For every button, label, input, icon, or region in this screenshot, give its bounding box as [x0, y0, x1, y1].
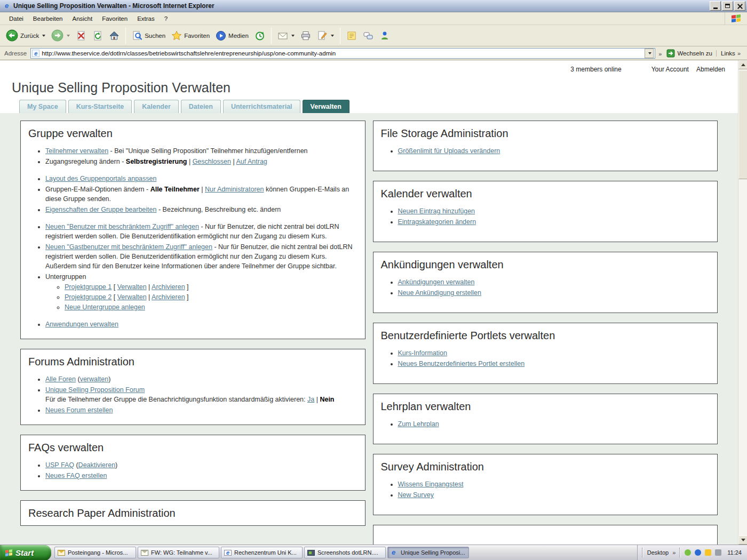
admin-link[interactable]: Eintragskategorien ändern: [398, 218, 476, 226]
admin-link[interactable]: Archivieren: [152, 293, 185, 301]
admin-link[interactable]: Verwalten: [117, 283, 147, 291]
forward-button[interactable]: [49, 28, 73, 43]
admin-link[interactable]: Teilnehmer verwalten: [45, 147, 108, 155]
scrollbar-thumb[interactable]: [738, 70, 747, 179]
scroll-up-button[interactable]: [738, 60, 747, 69]
admin-link[interactable]: Neuen Eintrag hinzufügen: [398, 207, 475, 215]
admin-link[interactable]: New Survey: [398, 491, 434, 499]
admin-link[interactable]: Neue Untergruppe anlegen: [65, 303, 145, 311]
admin-link[interactable]: Neuen "Benutzer mit beschränktem Zugriff…: [45, 223, 199, 230]
print-button[interactable]: [298, 29, 314, 43]
media-button[interactable]: Medien: [213, 29, 251, 43]
toolbar-separator: [340, 28, 340, 44]
edit-button[interactable]: [314, 29, 337, 43]
admin-link[interactable]: Deaktivieren: [78, 461, 115, 469]
admin-link[interactable]: Größenlimit für Uploads verändern: [398, 147, 500, 155]
menu-ansicht[interactable]: Ansicht: [67, 13, 97, 24]
favorites-button[interactable]: Favoriten: [169, 29, 212, 43]
taskbar-button[interactable]: FW: WG: Teilnahme v...: [138, 547, 219, 558]
admin-link[interactable]: Ja: [307, 396, 314, 403]
admin-link[interactable]: Geschlossen: [193, 158, 231, 165]
tray-icon[interactable]: [715, 549, 721, 556]
admin-link[interactable]: Projektgruppe 1: [65, 283, 112, 291]
admin-section: FAQs verwaltenUSP FAQ (Deaktivieren)Neue…: [20, 435, 365, 491]
close-button[interactable]: [734, 1, 745, 11]
tray-grip: [679, 548, 681, 557]
section-list: Kurs-InformationNeues Benutzerdefinierte…: [374, 348, 718, 369]
tray-icon[interactable]: [705, 549, 711, 556]
admin-link[interactable]: Unique Selling Proposition Forum: [45, 386, 145, 394]
menu-hilfe[interactable]: ?: [160, 13, 172, 24]
tab-kurs-startseite[interactable]: Kurs-Startseite: [68, 100, 132, 113]
minimize-button[interactable]: [710, 1, 721, 11]
text-segment: Zugangsregelung ändern -: [45, 158, 126, 165]
start-button[interactable]: Start: [0, 545, 51, 560]
tab-verwalten[interactable]: Verwalten: [303, 100, 349, 113]
address-input[interactable]: e http://www.theservice.de/dotlrn/classe…: [30, 48, 655, 59]
back-button[interactable]: Zurück: [3, 28, 48, 43]
taskbar-button[interactable]: Unique Selling Proposi...: [387, 547, 469, 558]
go-button[interactable]: Wechseln zu: [663, 49, 716, 58]
refresh-button[interactable]: [90, 29, 106, 43]
admin-link[interactable]: Auf Antrag: [236, 158, 267, 165]
taskbar-button[interactable]: Rechenzentrum Uni K...: [221, 547, 303, 558]
taskbar-button[interactable]: Posteingang - Micros...: [54, 547, 136, 558]
tray-icon[interactable]: [685, 549, 691, 556]
tray-icon[interactable]: [695, 549, 701, 556]
admin-link[interactable]: Verwalten: [117, 293, 147, 301]
tab-kalender[interactable]: Kalender: [134, 100, 179, 113]
admin-link[interactable]: Projektgruppe 2: [65, 293, 112, 301]
admin-link[interactable]: Zum Lehrplan: [398, 420, 439, 428]
address-label: Adresse: [4, 50, 27, 57]
menu-bearbeiten[interactable]: Bearbeiten: [28, 13, 68, 24]
tab-unterrichtsmaterial[interactable]: Unterrichtsmaterial: [223, 100, 300, 113]
overflow-chevron-icon[interactable]: [658, 49, 662, 58]
vertical-scrollbar[interactable]: [738, 60, 747, 545]
notes-button[interactable]: [344, 29, 360, 43]
history-button[interactable]: [252, 29, 268, 43]
admin-link[interactable]: Neues Benutzerdefiniertes Portlet erstel…: [398, 360, 525, 367]
admin-link[interactable]: Kurs-Information: [398, 349, 447, 357]
taskbar-button[interactable]: Screenshots dotLRN....: [304, 547, 386, 558]
search-button[interactable]: Suchen: [129, 29, 168, 43]
restore-button[interactable]: [722, 1, 733, 11]
admin-link[interactable]: Archivieren: [152, 283, 185, 291]
your-account-link[interactable]: Your Account: [651, 66, 689, 73]
links-label: Links: [721, 50, 735, 57]
messenger-button[interactable]: [377, 29, 393, 43]
mail-button[interactable]: [275, 29, 297, 43]
home-button[interactable]: [106, 29, 122, 43]
admin-link[interactable]: Eigenschaften der Gruppe bearbeiten: [45, 206, 156, 213]
back-label: Zurück: [20, 33, 39, 39]
admin-link[interactable]: verwalten: [80, 375, 109, 383]
list-item-continuation: Für die Teilnehmer der Gruppe die Benach…: [45, 395, 357, 404]
links-toolbar[interactable]: Links: [716, 50, 744, 57]
menu-datei[interactable]: Datei: [4, 13, 28, 24]
list-item: Kurs-Information: [398, 348, 710, 358]
admin-link[interactable]: USP FAQ: [45, 461, 74, 469]
admin-link[interactable]: Neues Forum erstellen: [45, 406, 113, 414]
admin-link[interactable]: Anwendungen verwalten: [45, 321, 118, 328]
desktop-chevron-icon[interactable]: [672, 549, 676, 556]
section-title: Kalender verwalten: [374, 181, 718, 203]
admin-link[interactable]: Wissens Eingangstest: [398, 481, 464, 488]
tab-dateien[interactable]: Dateien: [181, 100, 221, 113]
notes-icon: [346, 30, 357, 41]
desktop-toolbar-label[interactable]: Desktop: [647, 549, 669, 556]
admin-link[interactable]: Neue Ankündigung erstellen: [398, 289, 481, 297]
address-dropdown-button[interactable]: [645, 49, 654, 58]
admin-link[interactable]: Neuen "Gastbenutzer mit beschränktem Zug…: [45, 243, 212, 251]
sub-list-item: Neue Untergruppe anlegen: [65, 302, 357, 312]
admin-link[interactable]: Ankündigungen verwalten: [398, 278, 475, 286]
menu-favoriten[interactable]: Favoriten: [97, 13, 132, 24]
tab-my-space[interactable]: My Space: [19, 100, 66, 113]
admin-link[interactable]: Layout des Gruppenportals anpassen: [45, 175, 156, 182]
logout-link[interactable]: Abmelden: [696, 66, 725, 73]
admin-link[interactable]: Neues FAQ erstellen: [45, 472, 107, 479]
menu-extras[interactable]: Extras: [132, 13, 160, 24]
stop-button[interactable]: [73, 29, 89, 43]
admin-link[interactable]: Nur Administratoren: [205, 186, 264, 193]
chat-button[interactable]: [360, 29, 376, 43]
admin-link[interactable]: Alle Foren: [45, 375, 76, 383]
scroll-down-button[interactable]: [738, 535, 747, 545]
